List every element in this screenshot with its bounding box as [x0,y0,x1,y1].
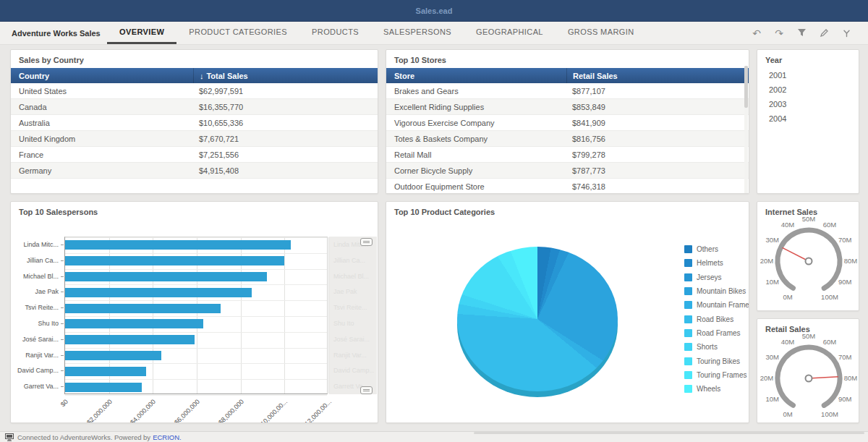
legend-item-wheels[interactable]: Wheels [684,382,749,396]
y-tick [61,323,64,324]
legend-item-jerseys[interactable]: Jerseys [684,271,749,284]
tab-gross-margin[interactable]: GROSS MARGIN [556,22,647,44]
chart-options-button-bottom[interactable] [360,386,373,394]
y-tick [61,307,64,308]
table-row[interactable]: Brakes and Gears$877,107 [386,83,749,99]
legend-item-road-bikes[interactable]: Road Bikes [684,312,749,326]
ghost-label: David Camp... [333,367,374,374]
legend-item-touring-frames[interactable]: Touring Frames [684,368,749,382]
gauge-tick-label: 40M [781,338,795,346]
legend-item-mountain-bikes[interactable]: Mountain Bikes [684,284,749,298]
table-header: Country ↓ Total Sales [11,68,378,83]
table-row[interactable]: Totes & Baskets Company$816,756 [386,131,749,147]
bar-salesperson[interactable] [65,256,284,265]
tab-product-categories[interactable]: PRODUCT CATEGORIES [176,22,299,44]
branch-icon[interactable] [841,27,852,39]
legend-item-shorts[interactable]: Shorts [684,340,749,354]
cell-value: $746,318 [566,182,749,191]
year-option-2001[interactable]: 2001 [757,68,859,82]
tab-overview[interactable]: OVERVIEW [107,22,176,44]
gauge-tick-label: 80M [844,257,858,265]
legend-swatch [684,287,692,295]
bar-salesperson[interactable] [65,288,252,297]
column-header-store[interactable]: Store [386,72,566,80]
year-list: 2001200220032004 [757,68,859,126]
bar-salesperson[interactable] [65,304,221,313]
table-row[interactable]: Germany$4,915,408 [11,163,378,179]
table-row[interactable]: United Kingdom$7,670,721 [11,131,378,147]
x-tick-label: $6,000,000 [161,398,202,423]
filter-icon[interactable] [796,27,807,39]
legend-item-mountain-frames[interactable]: Mountain Frames [684,298,749,312]
table-row[interactable]: United States$62,997,591 [11,83,378,99]
legend-item-road-frames[interactable]: Road Frames [684,326,749,340]
bar-salesperson[interactable] [65,383,142,392]
legend-item-touring-bikes[interactable]: Touring Bikes [684,354,749,367]
legend-label: Helmets [697,259,723,267]
gauge-tick-label: 0M [783,293,792,301]
bar-salesperson[interactable] [65,319,203,328]
legend-item-helmets[interactable]: Helmets [684,256,749,270]
tab-products[interactable]: PRODUCTS [299,22,371,44]
column-header-total-sales[interactable]: ↓ Total Sales [193,68,378,83]
tab-salespersons[interactable]: SALESPERSONS [371,22,464,44]
gauge-tick-label: 30M [766,353,780,361]
horizontal-scrollbar[interactable] [474,432,864,434]
ghost-label: Jae Pak [333,288,357,295]
bar-salesperson[interactable] [65,351,161,360]
year-option-2004[interactable]: 2004 [757,111,859,126]
table-row[interactable]: France$7,251,556 [11,147,378,163]
gridline [65,332,327,333]
table-row[interactable]: Corner Bicycle Supply$787,773 [386,163,749,179]
gauge-tick-label: 60M [823,221,837,229]
table-row[interactable]: Retail Mall$799,278 [386,147,749,163]
edit-pencil-icon[interactable] [818,27,830,39]
gauge-tick-label: 90M [838,395,852,403]
bar-salesperson[interactable] [65,240,291,250]
undo-icon[interactable]: ↶ [751,27,762,39]
year-option-2003[interactable]: 2003 [757,97,859,111]
bar-salesperson[interactable] [65,367,146,376]
ecrion-link[interactable]: ECRION. [153,433,182,441]
stores-scrollbar[interactable] [744,66,748,193]
legend-swatch [684,245,692,253]
legend-label: Mountain Frames [697,301,749,309]
gauge-tick-label: 0M [783,410,792,418]
gridline [65,269,327,270]
gauge-tick-label: 10M [766,395,780,403]
y-axis-label: Jae Pak [14,288,59,295]
table-row[interactable]: Outdoor Equipment Store$746,318 [386,179,749,194]
gridline [65,300,327,301]
redo-icon[interactable]: ↷ [773,27,785,39]
legend-item-others[interactable]: Others [684,242,749,256]
table-row[interactable]: Australia$10,655,336 [11,115,378,131]
bar-salesperson[interactable] [65,335,195,344]
chart-options-button-top[interactable] [360,238,373,246]
tab-geographical[interactable]: GEOGRAPHICAL [464,22,556,44]
cell-value: $877,107 [566,87,749,95]
bar-salesperson[interactable] [65,272,267,281]
table-row[interactable]: Canada$16,355,770 [11,99,378,115]
cell-value: $799,278 [566,150,749,159]
column-header-country[interactable]: Country [11,72,193,80]
gauge-tick-label: 30M [766,236,780,244]
cell-name: Canada [11,103,193,111]
table-row[interactable]: Vigorous Exercise Company$841,909 [386,115,749,131]
y-axis-label: Jillian Ca... [14,257,59,264]
gridline [65,316,327,317]
legend-label: Road Bikes [697,315,733,323]
gauge-tick-label: 100M [821,293,838,301]
y-tick [61,292,64,292]
year-option-2002[interactable]: 2002 [757,82,859,97]
panel-title: Top 10 Salespersons [11,202,378,220]
table-row[interactable]: Excellent Riding Supplies$853,849 [386,99,749,115]
gauge-tick-label: 50M [802,215,816,223]
scrollbar-thumb[interactable] [744,66,748,108]
bar-row [65,304,328,313]
cell-value: $7,251,556 [193,150,378,159]
ghost-label: José Sarai... [333,336,370,343]
column-header-retail-sales[interactable]: Retail Sales [566,68,749,83]
y-axis-label: Ranjit Var... [14,352,59,359]
pie-chart[interactable] [457,247,618,391]
ghost-label: Shu Ito [333,320,354,327]
